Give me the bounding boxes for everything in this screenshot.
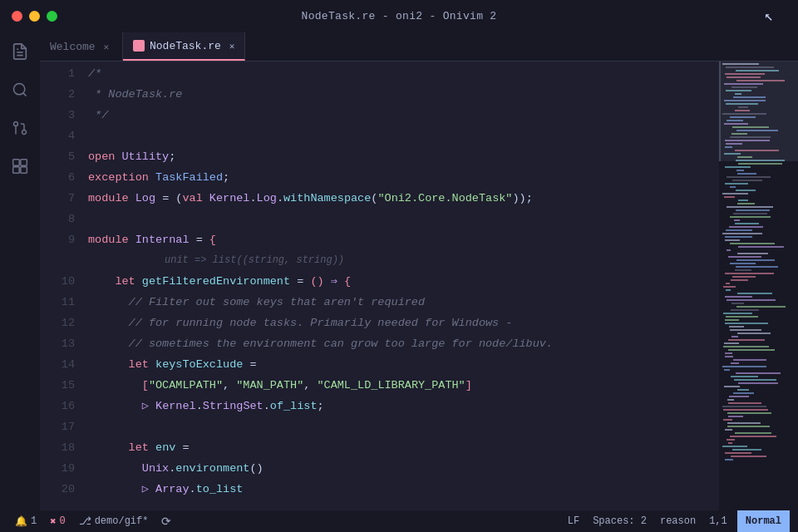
window-title: NodeTask.re - oni2 - Onivim 2 (302, 10, 497, 22)
error-icon: ✖ (50, 515, 56, 528)
main-layout: Welcome ✕ NodeTask.re ✕ 1 2 3 4 5 6 7 8 … (0, 32, 798, 510)
status-lf[interactable]: LF (561, 510, 586, 532)
cursor-icon: ↖ (764, 7, 773, 25)
status-position: 1,1 (702, 510, 734, 532)
code-line-20: ▷ Array . to_list (88, 479, 719, 500)
sync-icon: ⟳ (161, 515, 171, 529)
lf-label: LF (568, 515, 579, 527)
status-branch[interactable]: ⎇ demo/gif* (72, 510, 155, 532)
svg-rect-10 (21, 167, 27, 174)
tab-bar: Welcome ✕ NodeTask.re ✕ (40, 32, 798, 62)
git-branch-icon: ⎇ (79, 515, 91, 528)
svg-point-4 (22, 131, 27, 135)
minimap-viewport (719, 62, 798, 161)
code-line-19: Unix . environment () (88, 458, 719, 479)
code-line-8 (88, 209, 719, 229)
tab-nodetask-label: NodeTask.re (150, 40, 221, 52)
minimap (719, 62, 798, 510)
mode-badge: Normal (737, 510, 790, 532)
activity-bar (0, 32, 40, 510)
line-numbers: 1 2 3 4 5 6 7 8 9 · 10 11 12 13 14 15 16… (40, 62, 81, 510)
tab-nodetask-icon (133, 40, 145, 52)
code-line-2: * NodeTask.re (88, 84, 719, 105)
spaces-label: Spaces: 2 (593, 515, 647, 527)
error-count: 0 (59, 515, 65, 527)
code-line-16: ▷ Kernel . StringSet . of_list ; (88, 396, 719, 416)
code-line-7: module Log = ( val Kernel . Log . withNa… (88, 188, 719, 209)
code-line-13: // sometimes the environment can grow to… (88, 333, 719, 354)
tab-welcome-label: Welcome (50, 41, 96, 53)
code-line-11: // Filter out some keys that aren't requ… (88, 292, 719, 313)
code-editor[interactable]: /* * NodeTask.re */ open Utility ; (81, 62, 719, 510)
code-line-15: [ "OCAMLPATH" , "MAN_PATH" , "CAML_LD_LI… (88, 375, 719, 396)
code-line-14: let keysToExclude = (88, 354, 719, 375)
svg-rect-9 (13, 167, 20, 174)
code-line-1: /* (88, 63, 719, 84)
svg-line-3 (23, 93, 27, 96)
svg-rect-7 (13, 160, 20, 166)
code-line-4 (88, 126, 719, 146)
code-hint-line: unit => list((string, string)) (88, 250, 719, 271)
svg-rect-8 (21, 160, 27, 166)
svg-point-2 (14, 84, 25, 95)
code-line-10: let getFilteredEnvironment = () ⇒ { (88, 271, 719, 292)
code-line-5: open Utility ; (88, 146, 719, 167)
reason-label: reason (660, 515, 696, 527)
code-line-6: exception TaskFailed ; (88, 167, 719, 188)
code-line-12: // for running node tasks. Primarily nee… (88, 313, 719, 333)
tab-nodetask-close[interactable]: ✕ (229, 41, 235, 52)
editor-area: Welcome ✕ NodeTask.re ✕ 1 2 3 4 5 6 7 8 … (40, 32, 798, 510)
code-line-18: let env = (88, 437, 719, 458)
status-spaces[interactable]: Spaces: 2 (586, 510, 653, 532)
extensions-icon[interactable] (8, 155, 32, 178)
status-error[interactable]: ✖ 0 (43, 510, 71, 532)
position-label: 1,1 (709, 515, 727, 527)
tab-nodetask[interactable]: NodeTask.re ✕ (123, 32, 245, 61)
tab-welcome[interactable]: Welcome ✕ (40, 32, 123, 61)
status-sync[interactable]: ⟳ (155, 510, 178, 532)
branch-name: demo/gif* (95, 515, 149, 527)
status-bell[interactable]: 🔔 1 (8, 510, 43, 532)
status-bar: 🔔 1 ✖ 0 ⎇ demo/gif* ⟳ LF Spaces: 2 reaso… (0, 510, 798, 532)
minimize-button[interactable] (29, 11, 40, 22)
git-icon[interactable] (8, 116, 32, 140)
tab-welcome-close[interactable]: ✕ (104, 42, 110, 52)
search-icon[interactable] (8, 78, 32, 101)
maximize-button[interactable] (47, 11, 57, 22)
code-line-17 (88, 416, 719, 437)
code-container: 1 2 3 4 5 6 7 8 9 · 10 11 12 13 14 15 16… (40, 62, 798, 510)
code-line-3: */ (88, 105, 719, 126)
bell-icon: 🔔 (15, 515, 27, 528)
bell-count: 1 (31, 515, 37, 527)
files-icon[interactable] (8, 40, 32, 63)
status-reason[interactable]: reason (653, 510, 702, 532)
window-controls (12, 11, 57, 22)
svg-point-5 (14, 122, 18, 126)
titlebar: NodeTask.re - oni2 - Onivim 2 ↖ (0, 0, 798, 32)
close-button[interactable] (12, 11, 22, 22)
